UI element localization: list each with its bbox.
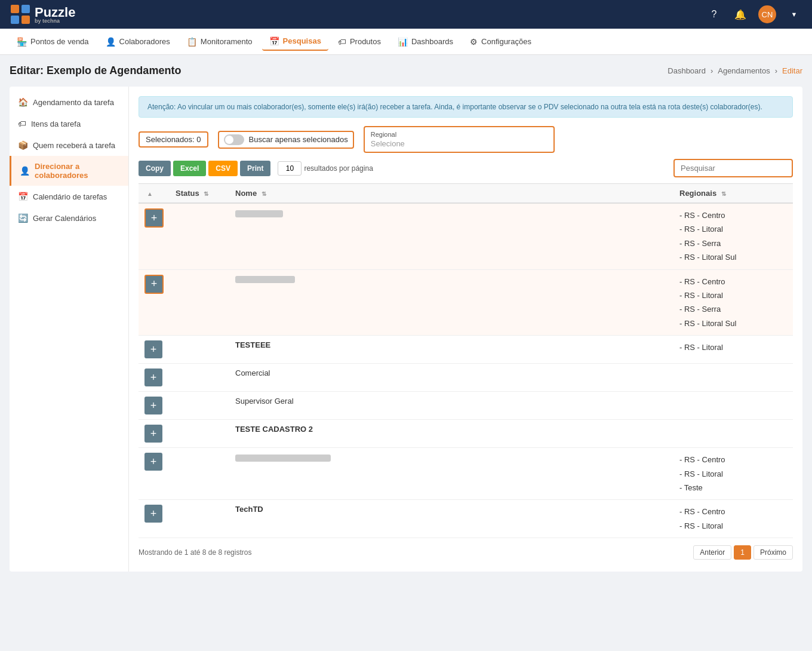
status-cell <box>170 336 229 364</box>
pagination-controls: Anterior 1 Próximo <box>693 545 793 560</box>
nav-item-dashboards[interactable]: 📊 Dashboards <box>390 33 460 50</box>
col-status[interactable]: Status ⇅ <box>170 184 229 204</box>
svg-rect-0 <box>11 5 19 13</box>
add-row-button[interactable]: + <box>144 208 164 228</box>
sidebar-item-direcionar[interactable]: 👤 Direcionar a colaboradores <box>10 156 128 186</box>
name-cell <box>229 203 673 269</box>
toggle-label: Buscar apenas selecionados <box>249 135 348 144</box>
sort-icon-action: ▲ <box>147 191 153 197</box>
name-cell <box>229 448 673 500</box>
tag-icon: 🏷 <box>18 119 26 128</box>
copy-button[interactable]: Copy <box>139 161 171 176</box>
name-cell: Comercial <box>229 364 673 392</box>
regionais-cell: - RS - Centro- RS - Litoral- RS - Serra-… <box>673 203 793 269</box>
breadcrumb-agendamentos[interactable]: Agendamentos <box>718 66 770 75</box>
notifications-icon[interactable]: 🔔 <box>732 6 749 23</box>
add-row-button[interactable]: + <box>144 369 162 386</box>
app-logo[interactable]: Puzzle by techna <box>10 4 75 25</box>
breadcrumb: Dashboard › Agendamentos › Editar <box>668 66 802 75</box>
sidebar: 🏠 Agendamento da tarefa 🏷 Itens da taref… <box>10 87 129 572</box>
csv-button[interactable]: CSV <box>208 161 238 176</box>
nav-item-colaboradores-label: Colaboradores <box>119 37 170 46</box>
avatar[interactable]: CN <box>758 5 776 23</box>
action-cell: + <box>139 269 170 336</box>
sidebar-item-itens[interactable]: 🏷 Itens da tarefa <box>10 113 128 134</box>
table-row: +TESTE CADASTRO 2 <box>139 420 793 448</box>
page-title: Editar: Exemplo de Agendamento <box>10 65 181 77</box>
nav-item-pontos[interactable]: 🏪 Pontos de venda <box>10 33 96 50</box>
nav-item-colaboradores[interactable]: 👤 Colaboradores <box>99 33 177 50</box>
svg-rect-1 <box>21 5 30 13</box>
next-button[interactable]: Próximo <box>753 545 793 560</box>
prev-button[interactable]: Anterior <box>693 545 731 560</box>
table-row: +- RS - Centro- RS - Litoral- Teste <box>139 448 793 500</box>
box-icon: 📦 <box>18 140 28 150</box>
selected-count-label: Selecionados: 0 <box>146 135 201 144</box>
add-row-button[interactable]: + <box>144 340 162 358</box>
nav-item-dashboards-label: Dashboards <box>411 37 453 46</box>
name-cell: TESTE CADASTRO 2 <box>229 420 673 448</box>
breadcrumb-editar: Editar <box>782 66 802 75</box>
buscar-selecionados-toggle[interactable] <box>224 134 244 145</box>
calendar2-icon: 📅 <box>18 192 28 201</box>
action-cell: + <box>139 203 170 269</box>
sidebar-item-agendamento[interactable]: 🏠 Agendamento da tarefa <box>10 91 128 113</box>
name-cell: TESTEEE <box>229 336 673 364</box>
selected-count-badge: Selecionados: 0 <box>139 131 208 148</box>
nav-item-pesquisas[interactable]: 📅 Pesquisas <box>262 33 328 51</box>
status-cell <box>170 500 229 538</box>
name-cell: TechTD <box>229 500 673 538</box>
name-cell <box>229 269 673 336</box>
print-button[interactable]: Print <box>240 161 270 176</box>
page-1-button[interactable]: 1 <box>734 545 751 560</box>
add-row-button[interactable]: + <box>144 397 162 414</box>
regionais-cell <box>673 420 793 448</box>
help-icon[interactable]: ? <box>706 6 722 23</box>
store-icon: 🏪 <box>17 37 27 47</box>
regionais-cell: - RS - Litoral <box>673 336 793 364</box>
sidebar-item-quem[interactable]: 📦 Quem receberá a tarefa <box>10 134 128 156</box>
puzzle-logo-icon <box>10 4 31 25</box>
nav-item-monitoramento[interactable]: 📋 Monitoramento <box>180 33 260 50</box>
regional-select[interactable]: Selecione <box>371 139 548 148</box>
add-row-button[interactable]: + <box>144 425 162 443</box>
status-cell <box>170 364 229 392</box>
monitor-icon: 📋 <box>187 37 197 47</box>
sidebar-item-calendario[interactable]: 📅 Calendário de tarefas <box>10 186 128 207</box>
regional-filter-label: Regional <box>371 131 548 138</box>
table-row: +TESTEEE- RS - Litoral <box>139 336 793 364</box>
results-per-page-input[interactable] <box>278 161 302 176</box>
excel-button[interactable]: Excel <box>173 161 206 176</box>
sidebar-item-agendamento-label: Agendamento da tarefa <box>33 98 114 107</box>
col-nome[interactable]: Nome ⇅ <box>229 184 673 204</box>
regionais-cell <box>673 364 793 392</box>
products-icon: 🏷 <box>338 37 346 47</box>
content-wrapper: 🏠 Agendamento da tarefa 🏷 Itens da taref… <box>10 87 802 572</box>
breadcrumb-dashboard[interactable]: Dashboard <box>668 66 706 75</box>
main-content: Atenção: Ao vincular um ou mais colabora… <box>129 87 802 572</box>
info-alert: Atenção: Ao vincular um ou mais colabora… <box>139 96 793 118</box>
top-navigation: Puzzle by techna ? 🔔 CN ▼ <box>0 0 812 29</box>
action-cell: + <box>139 420 170 448</box>
sidebar-item-direcionar-label: Direcionar a colaboradores <box>35 162 120 180</box>
nav-item-pesquisas-label: Pesquisas <box>283 36 321 45</box>
svg-rect-2 <box>11 16 19 24</box>
add-row-button[interactable]: + <box>144 505 162 523</box>
status-cell <box>170 448 229 500</box>
nav-item-produtos[interactable]: 🏷 Produtos <box>331 33 388 50</box>
user-icon: 👤 <box>106 37 116 47</box>
regionais-cell: - RS - Centro- RS - Litoral <box>673 500 793 538</box>
sidebar-item-gerar[interactable]: 🔄 Gerar Calendários <box>10 207 128 229</box>
col-regionais[interactable]: Regionais ⇅ <box>673 184 793 204</box>
table-row: +- RS - Centro- RS - Litoral- RS - Serra… <box>139 203 793 269</box>
add-row-button[interactable]: + <box>144 275 164 294</box>
table-row: +- RS - Centro- RS - Litoral- RS - Serra… <box>139 269 793 336</box>
gear-icon: ⚙ <box>470 37 478 47</box>
add-row-button[interactable]: + <box>144 453 162 471</box>
top-nav-right: ? 🔔 CN ▼ <box>706 5 802 23</box>
nav-item-configuracoes[interactable]: ⚙ Configurações <box>463 33 539 50</box>
table-row: +Comercial <box>139 364 793 392</box>
chevron-down-icon[interactable]: ▼ <box>786 6 802 23</box>
search-input[interactable] <box>673 159 793 177</box>
pagination-bar: Mostrando de 1 até 8 de 8 registros Ante… <box>139 538 793 562</box>
